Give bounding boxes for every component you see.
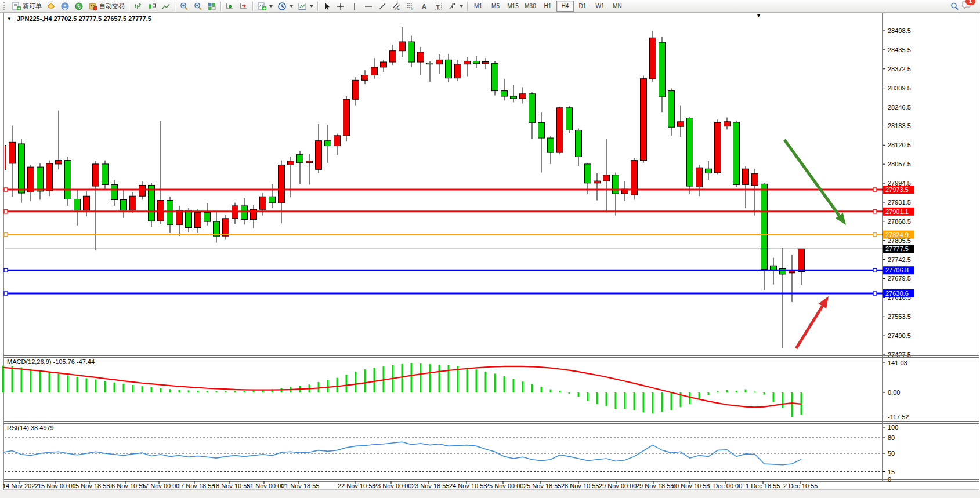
price-tick-label: 28246.5 bbox=[888, 104, 911, 111]
chart-shift-button[interactable] bbox=[237, 1, 251, 12]
price-tick-label: 28057.5 bbox=[888, 161, 911, 168]
new-order-button[interactable]: 新订单 bbox=[9, 1, 44, 12]
time-tick-label: 23 Nov 00:00 bbox=[374, 482, 411, 489]
time-tick-label: 25 Nov 18:55 bbox=[523, 482, 561, 489]
current-price-label: 27777.5 bbox=[885, 245, 909, 252]
chart-ohlc-readout: 27702.5 27777.5 27657.5 27777.5 bbox=[54, 15, 151, 22]
tile-windows-button[interactable] bbox=[205, 1, 219, 12]
time-tick-label: 23 Nov 18:55 bbox=[411, 482, 449, 489]
rsi-axis-label: 50 bbox=[888, 450, 895, 457]
community-button[interactable] bbox=[58, 1, 72, 12]
chart-shift-marker[interactable]: ▼ bbox=[756, 13, 761, 19]
time-tick-label: 24 Nov 10:55 bbox=[449, 482, 487, 489]
zoom-in-icon bbox=[179, 2, 189, 11]
channel-tool-button[interactable]: E bbox=[389, 1, 403, 12]
toolbar-separator bbox=[317, 2, 318, 11]
new-chart-icon bbox=[257, 2, 266, 11]
time-tick-label: 15 Nov 00:00 bbox=[38, 482, 75, 489]
periods-button[interactable] bbox=[275, 1, 295, 12]
line-chart-icon bbox=[161, 2, 171, 11]
timeframe-group: M1M5M15M30H1H4D1W1MN bbox=[469, 1, 626, 12]
timeframe-M30[interactable]: M30 bbox=[522, 1, 539, 12]
fibonacci-tool-button[interactable]: F bbox=[403, 1, 417, 12]
text-label-icon: T bbox=[433, 2, 443, 11]
tips-button[interactable] bbox=[44, 1, 58, 12]
level-price-label: 27630.6 bbox=[885, 290, 909, 297]
cursor-icon bbox=[322, 2, 331, 11]
time-tick-label: 21 Nov 18:55 bbox=[281, 482, 319, 489]
cursor-tool-button[interactable] bbox=[320, 1, 334, 12]
line-handle bbox=[873, 188, 877, 191]
shapes-tool-button[interactable] bbox=[445, 1, 465, 12]
search-icon bbox=[950, 2, 959, 11]
chart-symbol-period: JPN225-,H4 bbox=[17, 15, 52, 22]
text-icon: A bbox=[420, 2, 429, 11]
hline-tool-button[interactable] bbox=[361, 1, 375, 12]
signals-button[interactable] bbox=[72, 1, 86, 12]
toolbar-separator bbox=[220, 2, 221, 11]
timeframe-D1[interactable]: D1 bbox=[574, 1, 591, 12]
trendline-tool-button[interactable] bbox=[375, 1, 389, 12]
zoom-out-button[interactable] bbox=[191, 1, 205, 12]
svg-text:A: A bbox=[422, 3, 426, 10]
autotrade-icon bbox=[88, 2, 97, 11]
zoom-out-icon bbox=[193, 2, 202, 11]
template-icon bbox=[298, 2, 307, 11]
time-tick-label: 17 Nov 18:55 bbox=[177, 482, 215, 489]
bar-chart-button[interactable] bbox=[131, 1, 145, 12]
timeframe-MN[interactable]: MN bbox=[609, 1, 626, 12]
autotrade-button[interactable]: 自动交易 bbox=[86, 1, 127, 12]
timeframe-H4[interactable]: H4 bbox=[556, 1, 574, 12]
time-tick-label: 14 Nov 2022 bbox=[2, 482, 38, 489]
macd-signal-value: -47.44 bbox=[77, 358, 95, 365]
toolbar-grip[interactable] bbox=[3, 2, 8, 10]
templates-button[interactable] bbox=[295, 1, 316, 12]
timeframe-M1[interactable]: M1 bbox=[469, 1, 487, 12]
candlestick-icon bbox=[147, 2, 157, 11]
line-chart-button[interactable] bbox=[159, 1, 173, 12]
time-tick-label: 29 Nov 00:00 bbox=[599, 482, 637, 489]
chart-canvas[interactable]: 28498.528435.528372.528309.528246.528183… bbox=[0, 0, 980, 498]
price-tick-label: 27931.5 bbox=[888, 199, 911, 206]
time-tick-label: 2 Dec 10:55 bbox=[783, 482, 818, 489]
search-button[interactable] bbox=[948, 1, 961, 12]
main-toolbar: 新订单 自动交易 bbox=[0, 0, 980, 13]
vline-tool-button[interactable] bbox=[348, 1, 361, 12]
toolbar-separator bbox=[467, 2, 468, 11]
timeframe-H1[interactable]: H1 bbox=[539, 1, 556, 12]
crosshair-tool-button[interactable] bbox=[334, 1, 348, 12]
signal-icon bbox=[74, 2, 84, 11]
label-tool-button[interactable]: T bbox=[431, 1, 445, 12]
rsi-axis-label: 15 bbox=[888, 468, 895, 475]
community-icon bbox=[60, 2, 70, 11]
time-tick-label: 25 Nov 00:00 bbox=[486, 482, 523, 489]
timeframe-M15[interactable]: M15 bbox=[504, 1, 522, 12]
clock-icon bbox=[277, 2, 287, 11]
price-tick-label: 27490.5 bbox=[888, 332, 911, 339]
rsi-value: 38.4979 bbox=[31, 424, 54, 431]
level-price-label: 27824.9 bbox=[885, 231, 909, 238]
price-tick-label: 28120.5 bbox=[888, 141, 911, 148]
chat-button[interactable]: 1 bbox=[961, 0, 972, 12]
time-tick-label: 16 Nov 10:55 bbox=[108, 482, 146, 489]
macd-axis-label: 141.03 bbox=[888, 359, 907, 366]
chart-title: ▼ JPN225-,H4 27702.5 27777.5 27657.5 277… bbox=[7, 15, 151, 22]
zoom-in-button[interactable] bbox=[177, 1, 191, 12]
trendline-icon bbox=[378, 2, 387, 11]
text-tool-button[interactable]: A bbox=[417, 1, 431, 12]
new-order-label: 新订单 bbox=[23, 2, 42, 10]
dropdown-caret bbox=[269, 5, 273, 8]
timeframe-M5[interactable]: M5 bbox=[487, 1, 504, 12]
new-chart-button[interactable] bbox=[255, 1, 275, 12]
chart-shift-icon bbox=[239, 2, 248, 11]
svg-text:E: E bbox=[397, 7, 400, 10]
level-price-label: 27973.5 bbox=[885, 186, 909, 193]
autotrade-label: 自动交易 bbox=[99, 2, 125, 10]
timeframe-W1[interactable]: W1 bbox=[591, 1, 609, 12]
level-price-label: 27706.8 bbox=[885, 267, 909, 274]
line-handle bbox=[4, 292, 8, 295]
auto-scroll-button[interactable] bbox=[223, 1, 237, 12]
candlestick-chart-button[interactable] bbox=[145, 1, 159, 12]
chart-menu-icon[interactable]: ▼ bbox=[7, 16, 12, 21]
toolbar-separator bbox=[175, 2, 175, 11]
